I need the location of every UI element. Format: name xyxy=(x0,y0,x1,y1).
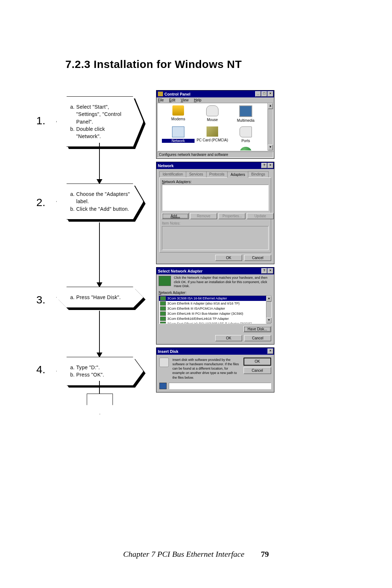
scroll-up-icon[interactable]: ▲ xyxy=(268,103,273,109)
card-icon xyxy=(160,311,166,316)
cp-icon-network[interactable]: Network xyxy=(162,126,195,143)
cp-icon-ports[interactable]: Ports xyxy=(229,126,262,143)
step-3a: Press "Have Disk". xyxy=(76,294,131,301)
cp-icon-mouse[interactable]: Mouse xyxy=(196,105,229,122)
footer-chapter: Chapter 7 PCI Bus Ethernet Interface xyxy=(123,549,244,559)
scroll-down-icon[interactable]: ▼ xyxy=(268,145,273,150)
page-footer: Chapter 7 PCI Bus Ethernet Interface 79 xyxy=(0,549,392,559)
mouse-icon xyxy=(206,105,219,116)
help-button[interactable]: ? xyxy=(261,268,267,274)
connector-1 xyxy=(99,143,100,179)
cancel-button[interactable]: Cancel xyxy=(244,335,271,341)
card-icon xyxy=(160,306,166,311)
insert-text: Insert disk with software provided by th… xyxy=(172,358,240,380)
close-button[interactable]: × xyxy=(268,91,273,97)
step-3-box: Press "Have Disk". xyxy=(56,287,143,308)
update-button[interactable]: Update xyxy=(247,213,274,219)
step-1-number: 1. xyxy=(36,114,45,127)
cp-scrollbar[interactable]: ▲ ▼ xyxy=(268,103,273,150)
adapter-hero-icon xyxy=(159,276,171,286)
cancel-button[interactable]: Cancel xyxy=(244,255,271,261)
section-heading: 7.2.3 Installation for Windows NT xyxy=(65,58,242,71)
pccard-icon xyxy=(207,126,218,137)
list-item[interactable]: 3Com Fast EtherLink PCI 10/100BASE-T Ada… xyxy=(159,321,271,324)
ok-button[interactable]: OK xyxy=(215,335,242,341)
insert-title: Insert Disk xyxy=(158,349,178,354)
remove-button[interactable]: Remove xyxy=(190,213,217,219)
list-item[interactable]: 3Com Etherlink III ISA/PCMCIA Adapter xyxy=(159,306,271,311)
step-4a: Type "D:". xyxy=(76,364,131,371)
step-3-number: 3. xyxy=(36,294,45,306)
control-panel-window: Control Panel _ □ × File Edit View Help … xyxy=(156,90,274,159)
cp-menubar: File Edit View Help xyxy=(156,97,274,103)
scroll-down-icon[interactable]: ▼ xyxy=(266,318,271,323)
step-1b: Double click "Network". xyxy=(76,125,131,140)
list-item[interactable]: 3Com EtherLink III PCI Bus-Master Adapte… xyxy=(159,311,271,316)
step-4-number: 4. xyxy=(36,363,45,376)
tab-identification[interactable]: Identification xyxy=(159,171,186,177)
adapters-listbox[interactable] xyxy=(162,185,269,211)
step-2-number: 2. xyxy=(36,196,45,209)
step-2a: Choose the "Adapters" label. xyxy=(76,190,131,205)
cp-icon-modems[interactable]: Modems xyxy=(162,105,195,121)
list-item[interactable]: 3Com Etherlink16/EtherLink16 TP Adapter xyxy=(159,316,271,321)
step-1-box: Select "Start", "Settings", "Control Pan… xyxy=(56,96,143,147)
menu-edit[interactable]: Edit xyxy=(169,98,175,102)
list-item[interactable]: 3Com Etherlink II Adapter (also II/16 an… xyxy=(159,301,271,306)
tab-services[interactable]: Services xyxy=(186,171,206,177)
have-disk-button[interactable]: Have Disk... xyxy=(244,326,271,332)
close-button[interactable]: × xyxy=(268,268,273,274)
ok-button[interactable]: OK xyxy=(215,255,242,261)
tab-bindings[interactable]: Bindings xyxy=(248,171,268,177)
close-button[interactable]: × xyxy=(268,349,273,354)
cp-icon-multimedia[interactable]: Multimedia xyxy=(229,105,262,122)
menu-file[interactable]: File xyxy=(158,98,164,102)
add-button[interactable]: Add... xyxy=(162,213,189,219)
cp-app-icon xyxy=(158,92,163,96)
step-4b: Press "OK". xyxy=(76,371,131,378)
insert-disk-dialog: Insert Disk × Insert disk with software … xyxy=(156,347,274,392)
disk-icon xyxy=(159,358,169,367)
step-2b: Click the "Add" button. xyxy=(76,205,131,213)
ok-button[interactable]: OK xyxy=(244,358,271,366)
cp-title: Control Panel xyxy=(164,92,191,96)
path-input[interactable] xyxy=(169,383,271,389)
item-notes-box xyxy=(162,226,269,250)
menu-view[interactable]: View xyxy=(181,98,189,102)
sna-scrollbar[interactable]: ▲ ▼ xyxy=(266,296,271,323)
ports-icon xyxy=(240,126,252,137)
step-1a: Select "Start", "Settings", "Control Pan… xyxy=(76,103,131,125)
network-title: Network xyxy=(158,164,173,168)
sna-list-label: Network Adapter: xyxy=(159,291,272,295)
connector-3 xyxy=(99,311,100,353)
network-dialog: Network ? × Identification Services Prot… xyxy=(156,162,274,264)
cp-icon-globe[interactable] xyxy=(229,147,262,151)
close-button[interactable]: × xyxy=(268,163,273,168)
tab-adapters[interactable]: Adapters xyxy=(227,172,248,178)
cancel-button[interactable]: Cancel xyxy=(244,367,271,374)
maximize-button[interactable]: □ xyxy=(261,91,267,97)
tab-protocols[interactable]: Protocols xyxy=(206,171,228,177)
select-adapter-dialog: Select Network Adapter ? × Click the Net… xyxy=(156,267,274,345)
globe-icon xyxy=(240,147,252,151)
cp-icon-pccard[interactable]: PC Card (PCMCIA) xyxy=(196,126,229,142)
properties-button[interactable]: Properties... xyxy=(219,213,245,219)
connector-2 xyxy=(99,222,100,282)
item-notes-label: Item Notes: xyxy=(162,221,269,225)
scroll-up-icon[interactable]: ▲ xyxy=(266,296,271,302)
list-item[interactable]: 3Com 3C508 ISA 16-bit Ethernet Adapter xyxy=(159,296,271,301)
cp-status: Configures network hardware and software xyxy=(157,152,273,158)
minimize-button[interactable]: _ xyxy=(255,91,261,97)
step-2-box: Choose the "Adapters" label. Click the "… xyxy=(56,184,143,220)
footer-page-number: 79 xyxy=(261,549,269,559)
adapter-listbox[interactable]: 3Com 3C508 ISA 16-bit Ethernet Adapter 3… xyxy=(159,295,272,324)
network-tabs: Identification Services Protocols Adapte… xyxy=(159,171,271,177)
adapters-label: Network Adapters: xyxy=(162,180,269,184)
card-icon xyxy=(160,317,166,321)
modem-icon xyxy=(172,105,184,116)
help-button[interactable]: ? xyxy=(261,163,267,168)
card-icon xyxy=(160,296,166,301)
sna-instruction: Click the Network Adapter that matches y… xyxy=(174,276,272,289)
flow-terminator xyxy=(87,394,113,414)
menu-help[interactable]: Help xyxy=(194,98,201,102)
